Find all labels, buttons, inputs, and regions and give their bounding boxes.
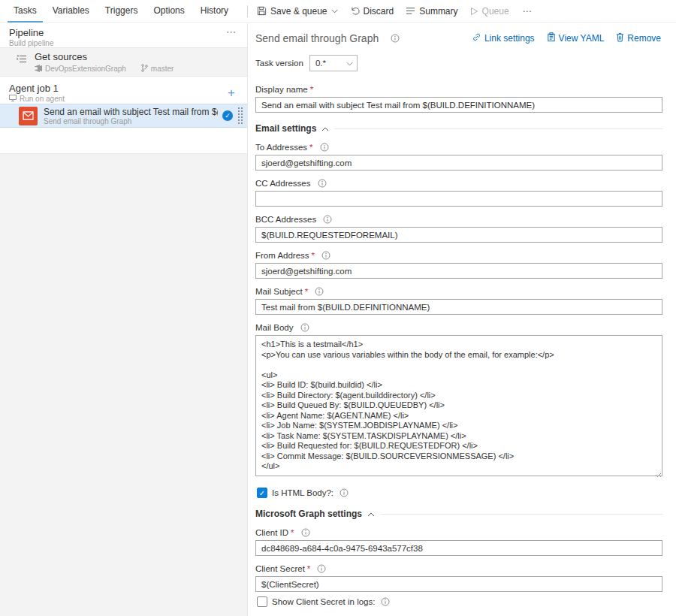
info-icon xyxy=(323,215,332,224)
required-marker: * xyxy=(312,251,315,260)
required-marker: * xyxy=(310,85,313,94)
remove-button[interactable]: Remove xyxy=(616,32,661,44)
tab-tasks[interactable]: Tasks xyxy=(8,0,43,23)
pipeline-subtitle: Build pipeline xyxy=(9,39,238,47)
client-id-input[interactable] xyxy=(255,540,662,556)
queue-button[interactable]: Queue xyxy=(470,6,509,17)
repo-name: DevOpsExtensionGraph xyxy=(45,65,126,73)
field-label: BCC Addresses xyxy=(255,215,316,224)
save-icon xyxy=(257,6,267,16)
add-task-button[interactable]: + xyxy=(228,86,235,101)
field-label: Display name xyxy=(255,85,308,94)
info-icon xyxy=(300,323,309,332)
field-label: Mail Subject xyxy=(255,287,303,296)
task-settings-panel: Send email through Graph Link settings V… xyxy=(249,23,676,616)
toolbar-more-button[interactable]: ⋯ xyxy=(523,6,533,17)
undo-icon xyxy=(350,6,360,16)
section-graph-settings[interactable]: Microsoft Graph settings xyxy=(255,509,662,519)
info-icon xyxy=(320,143,329,152)
branch-name: master xyxy=(151,65,174,73)
to-addresses-input[interactable] xyxy=(255,155,662,171)
show-secret-row: Show Client Secret in logs: xyxy=(257,596,662,607)
pipeline-title: Pipeline xyxy=(9,27,238,38)
drag-handle[interactable] xyxy=(237,107,243,125)
info-icon xyxy=(318,179,327,188)
section-email-settings[interactable]: Email settings xyxy=(255,123,662,134)
save-queue-button[interactable]: Save & queue xyxy=(257,6,337,17)
tab-triggers[interactable]: Triggers xyxy=(99,0,144,23)
field-client-secret: Client Secret * xyxy=(255,564,662,592)
summary-button[interactable]: Summary xyxy=(406,6,457,17)
tab-options[interactable]: Options xyxy=(147,0,190,23)
sidebar-empty-area xyxy=(0,153,247,616)
get-sources-item[interactable]: Get sources DevOpsExtensionGraph master xyxy=(0,47,247,77)
from-address-input[interactable] xyxy=(255,263,662,279)
tab-variables[interactable]: Variables xyxy=(47,0,95,23)
sources-icon xyxy=(17,53,27,76)
info-icon xyxy=(315,287,324,296)
field-label: Client ID xyxy=(255,528,288,537)
yaml-document-icon xyxy=(547,32,556,44)
tab-history[interactable]: History xyxy=(195,0,234,23)
textarea-resize-handle[interactable] xyxy=(654,470,661,477)
mail-body-textarea[interactable]: <h1>This is a testmail</h1> <p>You can u… xyxy=(255,335,662,476)
devops-repo-icon xyxy=(35,65,42,74)
page-title: Send email through Graph xyxy=(255,32,379,44)
link-settings-button[interactable]: Link settings xyxy=(472,32,535,44)
view-yaml-button[interactable]: View YAML xyxy=(547,32,605,44)
agent-monitor-icon xyxy=(9,95,17,103)
chevron-up-icon xyxy=(367,509,375,519)
branch-icon xyxy=(141,64,148,74)
field-label: To Addresses xyxy=(255,143,307,152)
bcc-addresses-input[interactable] xyxy=(255,227,662,243)
cc-addresses-input[interactable] xyxy=(255,191,662,207)
required-marker: * xyxy=(305,287,308,296)
checkbox-label: Is HTML Body?: xyxy=(272,488,333,497)
field-mail-body: Mail Body <h1>This is a testmail</h1> <p… xyxy=(255,323,662,479)
field-label: Client Secret xyxy=(255,564,305,573)
display-name-input[interactable] xyxy=(255,97,662,113)
is-html-body-row: Is HTML Body?: xyxy=(257,488,662,498)
info-icon xyxy=(340,488,349,497)
play-icon xyxy=(470,7,478,16)
summary-list-icon xyxy=(406,7,415,15)
info-icon xyxy=(301,528,310,537)
toolbar-divider xyxy=(247,5,248,17)
email-task-icon xyxy=(19,107,38,125)
section-divider xyxy=(334,128,662,129)
pipeline-sidebar: Pipeline Build pipeline ⋯ Get sources De… xyxy=(0,23,248,616)
field-client-id: Client ID * xyxy=(255,528,662,556)
chevron-up-icon xyxy=(321,123,329,134)
top-toolbar: Tasks Variables Triggers Options History… xyxy=(0,0,676,23)
task-subtitle: Send email through Graph xyxy=(44,117,218,125)
task-item-send-email[interactable]: Send an email with subject Test mail fro… xyxy=(0,104,247,128)
trash-icon xyxy=(616,32,624,44)
chevron-down-icon xyxy=(346,59,353,68)
section-divider xyxy=(380,514,662,515)
field-label: Mail Body xyxy=(255,323,294,332)
task-title: Send an email with subject Test mail fro… xyxy=(44,107,218,117)
field-to-addresses: To Addresses * xyxy=(255,143,662,171)
mail-subject-input[interactable] xyxy=(255,299,662,315)
info-icon xyxy=(321,251,330,260)
required-marker: * xyxy=(309,143,312,152)
agent-job-item[interactable]: Agent job 1 Run on agent + xyxy=(0,80,247,104)
agent-job-title: Agent job 1 xyxy=(9,83,238,94)
is-html-body-checkbox[interactable] xyxy=(257,488,267,498)
task-valid-check-icon: ✓ xyxy=(222,110,233,121)
info-icon xyxy=(317,564,326,573)
client-secret-input[interactable] xyxy=(255,576,662,592)
discard-button[interactable]: Discard xyxy=(350,6,394,17)
checkbox-label: Show Client Secret in logs: xyxy=(272,597,375,606)
pipeline-header[interactable]: Pipeline Build pipeline ⋯ xyxy=(0,23,247,47)
field-from-address: From Address * xyxy=(255,251,662,279)
info-icon xyxy=(381,597,390,606)
info-icon xyxy=(391,34,400,43)
chevron-down-icon xyxy=(331,9,338,14)
field-label: CC Addresses xyxy=(255,179,311,188)
pipeline-more-button[interactable]: ⋯ xyxy=(226,26,237,38)
field-mail-subject: Mail Subject * xyxy=(255,287,662,315)
show-secret-checkbox[interactable] xyxy=(257,596,267,607)
required-marker: * xyxy=(307,564,310,573)
task-version-select[interactable]: 0.* xyxy=(309,55,358,71)
